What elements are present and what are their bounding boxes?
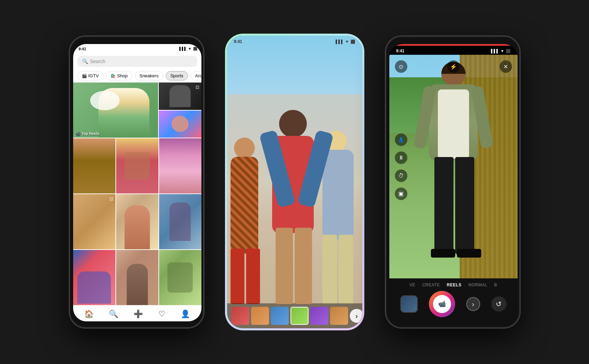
- chip-igtv[interactable]: 🎬 IGTV: [77, 71, 103, 80]
- rotate-camera-btn[interactable]: ↺: [491, 296, 506, 312]
- grid-cell-5: [116, 138, 158, 193]
- grid-cell-4: [73, 138, 115, 193]
- nav-search-icon[interactable]: 🔍: [109, 310, 118, 319]
- grid-cell-9: [159, 194, 201, 249]
- phone-2-wrapper: 9:41 ▌▌▌▼⬛: [225, 34, 364, 330]
- thumbnail-3[interactable]: [271, 307, 289, 325]
- chip-arch[interactable]: Architect: [191, 71, 201, 80]
- gallery-preview[interactable]: [400, 295, 418, 313]
- thumbnail-2[interactable]: [251, 307, 269, 325]
- grid-cell-6: [159, 138, 201, 193]
- reels-screen: 9:41 ▌▌▌▼⬛: [227, 36, 362, 328]
- chip-sports-label: Sports: [170, 73, 183, 78]
- mode-bar: VE CREATE REELS NORMAL B: [395, 283, 512, 287]
- bottom-nav: 🏠 🔍 ➕ ♡ 👤: [73, 305, 201, 321]
- thumbnail-1[interactable]: [231, 307, 249, 325]
- reels-capture-btn[interactable]: 📹: [429, 291, 455, 317]
- grid-cell-12: [159, 250, 201, 305]
- status-time-1: 9:41: [79, 47, 86, 51]
- grid-cell-3: [159, 111, 201, 138]
- search-icon: 🔍: [82, 59, 88, 64]
- chip-shop[interactable]: 🛍️ Shop: [106, 71, 132, 80]
- grid-cell-2: ⊡: [159, 83, 201, 110]
- camera-settings-btn[interactable]: ⊙: [395, 60, 407, 73]
- nav-plus-icon[interactable]: ➕: [133, 310, 143, 319]
- mode-normal[interactable]: NORMAL: [468, 283, 487, 287]
- timer-btn[interactable]: ⏱: [395, 170, 407, 182]
- phone-3-camera: 9:41 ▌▌▌▼⬛: [385, 36, 520, 328]
- igtv-icon: 🎬: [82, 73, 87, 78]
- mode-create[interactable]: CREATE: [422, 283, 440, 287]
- grid-cell-10: [73, 250, 115, 305]
- reels-persons: [227, 113, 362, 304]
- camera-subject: [419, 62, 488, 263]
- mode-b[interactable]: B: [494, 283, 497, 287]
- grid-cell-11: [116, 250, 158, 305]
- phone-1-explore: 9:41 ▌▌▌▼⬛ 🔍 Search 🎬 IGTV 🛍️ Shop: [69, 36, 204, 328]
- camera-viewfinder: ⊙ ⚡ ✕ 👗 ⏸ ⏱ ▣: [389, 55, 518, 278]
- status-time-2: 9:41: [234, 39, 242, 44]
- chip-arch-label: Architect: [195, 73, 201, 78]
- chip-shop-label: Shop: [117, 73, 128, 78]
- thumbnail-6[interactable]: [330, 307, 348, 325]
- status-time-3: 9:41: [396, 49, 405, 53]
- mode-ve[interactable]: VE: [409, 283, 415, 287]
- filter-chips-row: 🎬 IGTV 🛍️ Shop Sneakers Sports Architect: [73, 69, 201, 83]
- chip-sneakers-label: Sneakers: [139, 73, 158, 78]
- close-btn[interactable]: ✕: [500, 60, 512, 73]
- grid-cell-7: ⊡: [73, 194, 115, 249]
- chip-igtv-label: IGTV: [88, 73, 99, 78]
- nav-profile-icon[interactable]: 👤: [181, 310, 190, 319]
- thumbnails-strip: ›: [227, 303, 362, 328]
- video-badge-2: ⊡: [196, 85, 199, 90]
- nav-heart-icon[interactable]: ♡: [158, 310, 165, 319]
- explore-screen: 9:41 ▌▌▌▼⬛ 🔍 Search 🎬 IGTV 🛍️ Shop: [73, 44, 201, 321]
- thumbnail-4[interactable]: [291, 307, 309, 325]
- next-button[interactable]: ›: [350, 309, 362, 323]
- status-icons-1: ▌▌▌▼⬛: [179, 47, 197, 51]
- capture-row: 📹 › ↺: [395, 291, 512, 317]
- top-reels-label: 📹 Top Reels: [76, 131, 99, 136]
- flash-btn[interactable]: ⚡: [447, 60, 460, 73]
- explore-grid: 📹 Top Reels ⊡: [73, 83, 201, 305]
- camera-screen: 9:41 ▌▌▌▼⬛: [389, 44, 518, 321]
- grid-cell-1: 📹 Top Reels: [73, 83, 158, 138]
- phone-2-reels: 9:41 ▌▌▌▼⬛: [227, 36, 362, 328]
- chip-sneakers[interactable]: Sneakers: [135, 71, 163, 80]
- camera-top-controls: ⊙ ⚡ ✕: [395, 60, 512, 73]
- camera-left-controls: 👗 ⏸ ⏱ ▣: [395, 133, 407, 200]
- search-placeholder: Search: [90, 59, 105, 64]
- effect-btn-1[interactable]: 👗: [395, 133, 407, 146]
- search-bar[interactable]: 🔍 Search: [77, 56, 197, 67]
- effect-btn-2[interactable]: ⏸: [395, 151, 407, 164]
- shop-icon: 🛍️: [111, 73, 116, 78]
- thumbnail-5[interactable]: [310, 307, 328, 325]
- grid-cell-8: [116, 194, 158, 249]
- chip-sports[interactable]: Sports: [166, 71, 188, 80]
- camera-bottom-controls: VE CREATE REELS NORMAL B: [389, 278, 518, 321]
- video-badge-7: ⊡: [110, 196, 113, 201]
- layout-btn[interactable]: ▣: [395, 188, 407, 200]
- nav-home-icon[interactable]: 🏠: [84, 310, 94, 319]
- mode-reels[interactable]: REELS: [447, 283, 462, 287]
- next-mode-btn[interactable]: ›: [466, 297, 480, 311]
